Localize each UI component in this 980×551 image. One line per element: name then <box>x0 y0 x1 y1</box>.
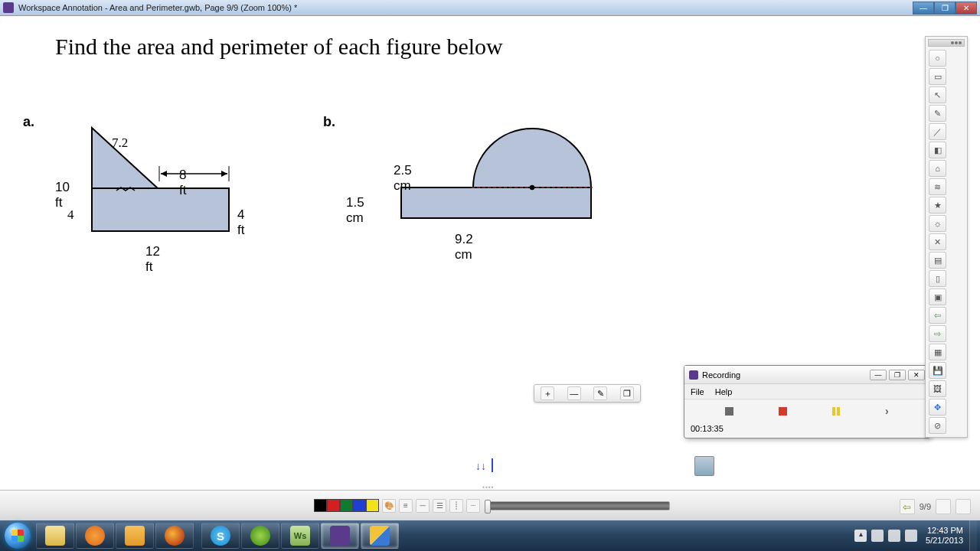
line-width-icon[interactable]: ☰ <box>433 499 446 513</box>
resize-grip-icon[interactable]: ▪▪▪▪ <box>478 484 499 488</box>
figure-b-dim-bottom: 9.2 cm <box>455 232 473 262</box>
bottom-right-cluster: ⇦ 9/9 <box>900 499 971 514</box>
start-button[interactable] <box>0 520 35 551</box>
line-style-icon[interactable]: ≡ <box>399 499 413 513</box>
color-blue[interactable] <box>353 499 366 512</box>
page-remove-button[interactable]: — <box>567 386 581 400</box>
clipboard-tool-icon[interactable]: ▤ <box>929 252 946 269</box>
taskbar: S Ws ▴ 12:43 PM 5/21/2013 <box>0 520 980 551</box>
recording-menu-file[interactable]: File <box>691 387 704 396</box>
clock-date: 5/21/2013 <box>926 536 963 546</box>
recording-menu: File Help <box>684 384 929 399</box>
palette-drag-handle[interactable] <box>928 39 965 47</box>
recording-elapsed: 00:13:35 <box>684 422 929 438</box>
windows-orb-icon <box>5 523 31 549</box>
nav-prev-icon[interactable]: ⇦ <box>900 499 915 514</box>
tray-volume-icon[interactable] <box>905 530 917 542</box>
color-palette <box>314 499 379 512</box>
page-edit-button[interactable]: ✎ <box>593 386 607 400</box>
minimize-button[interactable]: — <box>913 2 934 15</box>
gallery-tool-icon[interactable]: 🖼 <box>929 380 946 397</box>
select-tool-icon[interactable]: ▭ <box>929 68 946 85</box>
task-outlook[interactable] <box>116 523 154 549</box>
line-tool-icon[interactable]: ≋ <box>929 178 946 195</box>
save-tool-icon[interactable]: 💾 <box>929 362 946 379</box>
recording-maximize-button[interactable]: ❐ <box>889 370 906 380</box>
tray-show-hidden-icon[interactable]: ▴ <box>854 530 867 542</box>
figure-a-dim-left: 10 ft <box>55 180 70 210</box>
tray-power-icon[interactable] <box>888 530 900 542</box>
screen-capture-icon[interactable] <box>694 456 714 476</box>
line-dash-icon[interactable]: ┊ <box>449 499 463 513</box>
color-black[interactable] <box>314 499 327 512</box>
tool-palette[interactable]: ○ ▭ ↖ ✎ ／ ◧ ⌂ ≋ ★ ☼ ✕ ▤ ▯ ▣ ⇦ ⇨ ▦ 💾 🖼 ✥ … <box>925 36 968 438</box>
slider-thumb[interactable] <box>485 500 491 514</box>
svg-rect-0 <box>92 188 229 231</box>
recording-minimize-button[interactable]: — <box>870 370 887 380</box>
system-tray: ▴ 12:43 PM 5/21/2013 <box>852 520 980 551</box>
copy-tool-icon[interactable]: ▣ <box>929 289 946 305</box>
next-button[interactable]: › <box>885 405 889 417</box>
app-body: Find the area and perimeter of each figu… <box>0 16 980 520</box>
task-explorer[interactable] <box>36 523 74 549</box>
svg-marker-4 <box>221 171 227 177</box>
task-workspace-annotation[interactable] <box>321 523 359 549</box>
figure-a-dim-bottom: 12 ft <box>145 244 160 275</box>
figure-b-shape <box>346 105 622 258</box>
page-marker <box>492 458 493 472</box>
record-button[interactable] <box>779 407 787 416</box>
clock-time: 12:43 PM <box>926 526 963 536</box>
page-duplicate-button[interactable]: ❐ <box>620 386 634 400</box>
page-arrows-icon: ↓↓ <box>475 460 486 472</box>
delete-tool-icon[interactable]: ✕ <box>929 233 946 250</box>
whiteboard-canvas[interactable]: Find the area and perimeter of each figu… <box>2 16 978 490</box>
highlighter-tool-icon[interactable]: ⌂ <box>929 160 946 177</box>
mouse-tool-icon[interactable]: ○ <box>929 50 946 67</box>
task-skype[interactable]: S <box>201 523 240 549</box>
maximize-button[interactable]: ❐ <box>934 2 956 15</box>
app-icon <box>3 2 14 13</box>
stop-button[interactable] <box>725 407 733 416</box>
show-desktop-button[interactable] <box>969 520 977 551</box>
color-red[interactable] <box>327 499 340 512</box>
pause-button[interactable] <box>832 407 840 416</box>
next-arrow-icon[interactable]: ⇨ <box>929 325 946 342</box>
bottom-toolbar: 🎨 ≡ ─ ☰ ┊ ┈ ⇦ 9/9 <box>0 490 980 520</box>
user-icon[interactable] <box>956 499 971 514</box>
lasso-tool-icon[interactable]: ✎ <box>929 105 946 122</box>
recording-close-button[interactable]: ✕ <box>908 370 925 380</box>
task-workspace[interactable]: Ws <box>281 523 319 549</box>
recording-window[interactable]: Recording — ❐ ✕ File Help › 00:13:35 <box>684 365 930 439</box>
recording-menu-help[interactable]: Help <box>715 387 733 396</box>
page-tool-icon[interactable]: ▯ <box>929 270 946 287</box>
exit-tool-icon[interactable]: ⊘ <box>929 417 946 434</box>
task-security[interactable] <box>361 523 399 549</box>
recording-titlebar[interactable]: Recording — ❐ ✕ <box>684 366 929 384</box>
recording-title: Recording <box>702 370 870 380</box>
line-dot-icon[interactable]: ┈ <box>466 499 480 513</box>
page-add-button[interactable]: ＋ <box>541 386 554 400</box>
stamp-tool-icon[interactable]: ☼ <box>929 215 946 232</box>
width-slider[interactable] <box>486 501 670 510</box>
shape-tool-icon[interactable]: ★ <box>929 197 946 214</box>
link-tool-icon[interactable]: ✥ <box>929 399 946 416</box>
task-media[interactable] <box>76 523 114 549</box>
color-yellow[interactable] <box>366 499 379 512</box>
recording-app-icon <box>689 370 698 380</box>
clock[interactable]: 12:43 PM 5/21/2013 <box>920 526 969 545</box>
grid-tool-icon[interactable]: ▦ <box>929 344 946 360</box>
color-picker-icon[interactable]: 🎨 <box>382 499 396 513</box>
pointer-tool-icon[interactable]: ↖ <box>929 86 946 103</box>
tray-flag-icon[interactable] <box>871 530 884 542</box>
pen-tool-icon[interactable]: ／ <box>929 123 946 140</box>
task-firefox[interactable] <box>155 523 194 549</box>
page-number: 9/9 <box>920 502 931 511</box>
cloud-icon[interactable] <box>936 499 951 514</box>
figure-a-dim-right: 4 ft <box>237 207 244 238</box>
prev-arrow-icon[interactable]: ⇦ <box>929 307 946 324</box>
task-spotify[interactable] <box>241 523 279 549</box>
line-solid-icon[interactable]: ─ <box>416 499 430 513</box>
close-button[interactable]: ✕ <box>956 2 977 15</box>
color-green[interactable] <box>340 499 353 512</box>
eraser-tool-icon[interactable]: ◧ <box>929 142 946 158</box>
